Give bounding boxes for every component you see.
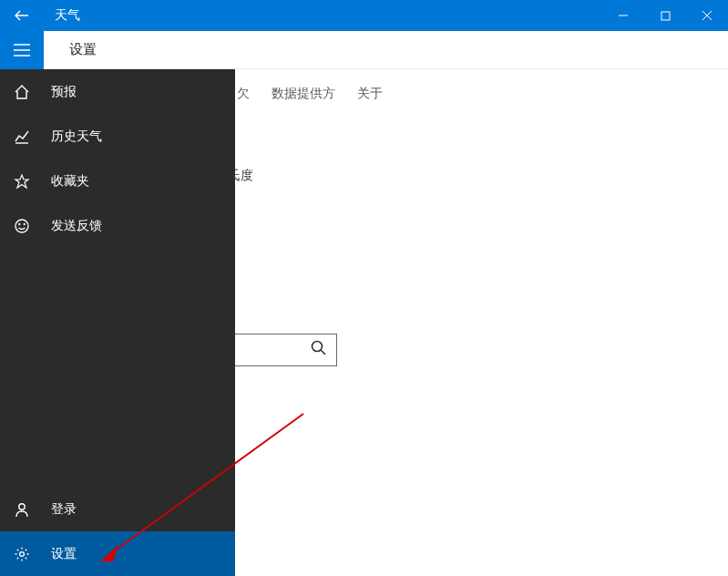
sidebar-item-label: 登录 <box>51 501 77 518</box>
sidebar-item-feedback[interactable]: 发送反馈 <box>0 203 235 248</box>
tab-about[interactable]: 关于 <box>357 86 383 102</box>
title-bar: 天气 <box>0 0 728 31</box>
sidebar-item-favorites[interactable]: 收藏夹 <box>0 159 235 203</box>
star-icon <box>13 172 31 190</box>
sidebar-item-label: 预报 <box>51 84 77 100</box>
smiley-icon <box>13 217 31 235</box>
page-title: 设置 <box>69 41 97 58</box>
sidebar-item-forecast[interactable]: 预报 <box>0 69 235 114</box>
close-button[interactable] <box>686 0 728 31</box>
maximize-button[interactable] <box>644 0 686 31</box>
sidebar-item-history[interactable]: 历史天气 <box>0 114 235 159</box>
home-icon <box>13 83 31 101</box>
back-button[interactable] <box>0 0 44 31</box>
svg-rect-0 <box>661 12 670 20</box>
sidebar-item-signin[interactable]: 登录 <box>0 487 235 531</box>
sidebar-item-label: 历史天气 <box>51 129 102 145</box>
minimize-button[interactable] <box>602 0 644 31</box>
sidebar-item-label: 设置 <box>51 546 77 562</box>
settings-tabs: 欠 数据提供方 关于 <box>237 86 383 102</box>
sidebar-item-label: 发送反馈 <box>51 218 102 234</box>
sub-header: 设置 <box>0 31 728 69</box>
sidebar: 预报 历史天气 收藏夹 <box>0 69 235 576</box>
chart-icon <box>13 128 31 146</box>
tab-data-provider[interactable]: 数据提供方 <box>272 86 335 102</box>
person-icon <box>13 500 31 519</box>
hamburger-button[interactable] <box>0 31 44 69</box>
search-box[interactable] <box>232 334 337 366</box>
tab-partial[interactable]: 欠 <box>237 86 250 102</box>
svg-point-2 <box>15 220 28 232</box>
search-icon <box>311 340 327 360</box>
svg-point-4 <box>24 223 25 224</box>
svg-point-6 <box>20 551 25 556</box>
svg-point-3 <box>19 223 20 224</box>
svg-point-1 <box>313 342 323 352</box>
sidebar-item-settings[interactable]: 设置 <box>0 531 235 576</box>
gear-icon <box>13 545 31 563</box>
svg-point-5 <box>19 503 25 509</box>
sidebar-item-label: 收藏夹 <box>51 173 89 190</box>
app-title: 天气 <box>55 7 80 24</box>
